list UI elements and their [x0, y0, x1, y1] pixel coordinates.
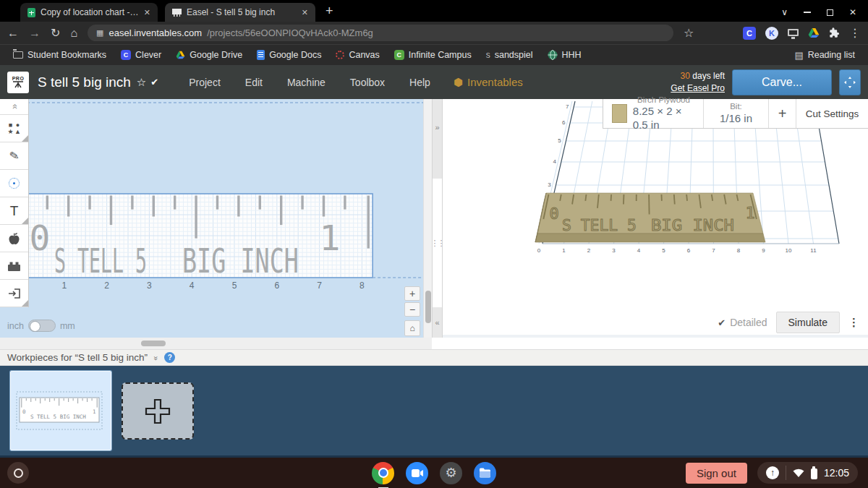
sign-out-button[interactable]: Sign out	[686, 463, 747, 484]
expand-left-button[interactable]: «	[433, 307, 442, 338]
divider-drag-handle[interactable]: ⋮⋮	[433, 179, 442, 307]
menu-machine[interactable]: Machine	[287, 77, 326, 88]
material-swatch	[612, 104, 627, 123]
menu-help[interactable]: Help	[409, 77, 430, 88]
settings-app-icon[interactable]: ⚙	[440, 462, 462, 484]
bookmark-label: Canvas	[349, 50, 379, 60]
bookmark-google-docs[interactable]: Google Docs	[252, 48, 326, 61]
unit-toggle[interactable]: inch mm	[7, 320, 75, 332]
chevron-down-icon[interactable]: ∨	[781, 7, 788, 17]
bit-section[interactable]: Bit: 1/16 in	[703, 99, 768, 128]
canvas-icon	[336, 51, 344, 59]
double-chevron-down-icon[interactable]: »	[152, 356, 161, 359]
tab-sheets[interactable]: Copy of location chart - Google S ✕	[20, 3, 158, 22]
status-tray[interactable]: ↑ 12:05	[757, 462, 858, 484]
unit-switch[interactable]	[28, 320, 56, 332]
toolbar-collapse-button[interactable]: »	[0, 99, 28, 115]
scrollbar-thumb[interactable]	[425, 291, 431, 323]
help-icon[interactable]: ?	[164, 352, 175, 363]
easel-tab-icon	[172, 9, 182, 17]
add-bit-button[interactable]: +	[768, 99, 796, 128]
zoom-in-button[interactable]: +	[404, 286, 420, 301]
canvas-horizontal-scrollbar[interactable]	[0, 338, 432, 349]
menu-edit[interactable]: Edit	[245, 77, 263, 88]
expand-right-button[interactable]: »	[433, 99, 442, 179]
add-workpiece-button[interactable]	[122, 382, 194, 440]
panel-divider[interactable]: » ⋮⋮ «	[432, 99, 443, 338]
home-icon[interactable]: ⌂	[70, 27, 77, 40]
video-call-app-icon[interactable]	[406, 462, 428, 484]
update-available-icon[interactable]: ↑	[766, 466, 779, 479]
favorite-star-icon[interactable]: ☆	[137, 76, 146, 89]
clever-extension-icon[interactable]: C	[743, 27, 756, 40]
cut-settings-button[interactable]: Cut Settings	[796, 99, 868, 128]
google-drive-icon[interactable]	[808, 27, 820, 38]
close-icon[interactable]: ✕	[849, 7, 856, 17]
browser-menu-icon[interactable]: ⋮	[849, 26, 861, 40]
forward-icon[interactable]: →	[29, 27, 41, 40]
inventables-brand[interactable]: ⬢ Inventables	[454, 76, 523, 89]
chrome-app-icon[interactable]	[372, 462, 394, 484]
extensions-puzzle-icon[interactable]	[829, 27, 840, 38]
3d-preview-svg[interactable]: 01234567891011123456701S TELL 5BIG INCH	[443, 99, 868, 338]
svg-text:3: 3	[612, 247, 616, 254]
sandspiel-icon: s	[486, 50, 490, 60]
material-section[interactable]: Birch Plywood 8.25 × 2 × 0.5 in	[603, 99, 703, 128]
pen-tool[interactable]: ✎	[0, 142, 28, 170]
icon-library-tool[interactable]	[0, 225, 28, 252]
menu-project[interactable]: Project	[189, 77, 221, 88]
bookmark-canvas[interactable]: Canvas	[331, 48, 383, 61]
text-tool[interactable]: T	[0, 197, 28, 225]
detailed-toggle[interactable]: ✔ Detailed	[718, 317, 767, 328]
screencast-extension-icon[interactable]	[788, 29, 799, 36]
reading-list-button[interactable]: ▤ Reading list	[790, 48, 859, 62]
bookmark-google-drive[interactable]: Google Drive	[171, 48, 247, 61]
zoom-home-button[interactable]: ⌂	[404, 320, 420, 336]
restore-icon[interactable]	[827, 9, 833, 16]
material-name: Birch Plywood	[637, 95, 690, 105]
design-canvas[interactable]: 01S TELL 5BIG INCH012345678012 » ■●★▲ ✎ …	[0, 99, 432, 338]
preview-menu-icon[interactable]: ⋮	[848, 316, 859, 329]
bookmark-student-bookmarks[interactable]: Student Bookmarks	[9, 48, 111, 61]
easel-pro-logo[interactable]: PRO	[7, 72, 29, 93]
workpiece-design-svg[interactable]: 01S TELL 5BIG INCH012345678012	[0, 99, 432, 338]
menu-toolbox[interactable]: Toolbox	[350, 77, 385, 88]
carve-button[interactable]: Carve...	[732, 69, 832, 95]
launcher-button[interactable]	[7, 462, 29, 484]
infinite-campus-icon: C	[394, 50, 404, 60]
bookmark-hhh[interactable]: HHH	[543, 48, 586, 61]
bookmark-infinite-campus[interactable]: C Infinite Campus	[390, 48, 476, 61]
tab-easel[interactable]: Easel - S tell 5 big inch ✕	[165, 3, 315, 22]
back-icon[interactable]: ←	[7, 27, 19, 40]
bookmark-star-icon[interactable]: ☆	[684, 26, 694, 40]
reload-icon[interactable]: ↻	[51, 26, 60, 40]
get-easel-pro-link[interactable]: Get Easel Pro	[671, 83, 725, 93]
tab-close-icon[interactable]: ✕	[302, 8, 308, 17]
svg-text:8: 8	[737, 247, 741, 254]
address-bar[interactable]: ▦ easel.inventables.com/projects/56eOONP…	[88, 25, 673, 41]
bookmark-sandspiel[interactable]: s sandspiel	[482, 48, 537, 61]
minimize-icon[interactable]	[804, 12, 811, 13]
workpieces-header[interactable]: Workpieces for “S tell 5 big inch” » ?	[0, 349, 868, 366]
canvas-vertical-scrollbar[interactable]	[423, 99, 432, 338]
pen-icon: ✎	[8, 148, 20, 163]
shapes-tool[interactable]: ■●★▲	[0, 115, 28, 142]
tab-close-icon[interactable]: ✕	[144, 8, 150, 17]
workpiece-thumbnail-ruler[interactable]: 0S TELL 5 BIG INCH1	[10, 371, 111, 450]
drill-tool[interactable]	[0, 170, 28, 197]
svg-text:1: 1	[320, 218, 341, 258]
zoom-out-button[interactable]: −	[404, 302, 420, 317]
apps-tool[interactable]	[0, 252, 28, 280]
files-app-icon[interactable]	[474, 462, 496, 484]
jog-machine-button[interactable]	[839, 69, 861, 95]
simulate-button[interactable]: Simulate	[776, 312, 840, 333]
scrollbar-thumb[interactable]	[141, 341, 166, 346]
project-title[interactable]: S tell 5 big inch	[38, 74, 131, 90]
kami-extension-icon[interactable]: K	[765, 27, 778, 40]
svg-text:3: 3	[548, 181, 551, 188]
preview-pane[interactable]: 01234567891011123456701S TELL 5BIG INCH …	[443, 99, 868, 338]
import-tool[interactable]	[0, 280, 28, 307]
new-tab-button[interactable]: +	[326, 4, 333, 19]
bookmark-clever[interactable]: C Clever	[116, 48, 166, 61]
left-toolbar: » ■●★▲ ✎ T	[0, 99, 29, 307]
